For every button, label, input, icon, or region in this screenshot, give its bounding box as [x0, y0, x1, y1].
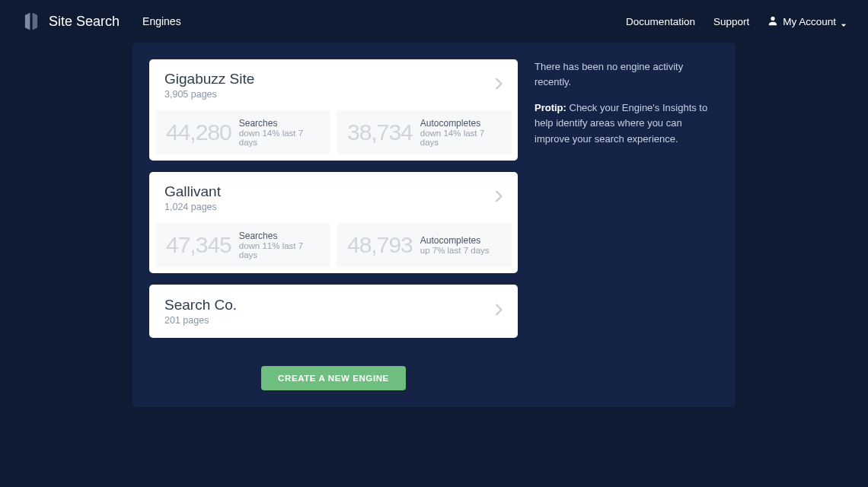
site-title: Site Search	[49, 14, 120, 30]
stat-change: down 14% last 7 days	[239, 129, 320, 147]
engine-name: Search Co.	[164, 297, 237, 314]
engine-header: Gigabuzz Site 3,905 pages	[149, 59, 518, 110]
engines-list: Gigabuzz Site 3,905 pages 44,280 Searche…	[149, 59, 518, 390]
activity-text: There has been no engine activity recent…	[535, 59, 719, 90]
stat-value: 47,345	[166, 232, 231, 258]
nav-engines[interactable]: Engines	[142, 15, 181, 27]
header-left: Site Search Engines	[21, 11, 181, 31]
stat-label: Searches	[239, 231, 320, 241]
documentation-link[interactable]: Documentation	[626, 16, 695, 27]
searches-stat: 44,280 Searches down 14% last 7 days	[155, 110, 330, 154]
logo-icon	[21, 11, 41, 31]
engine-header: Search Co. 201 pages	[149, 285, 518, 338]
sidebar: There has been no engine activity recent…	[535, 59, 719, 390]
user-icon	[767, 15, 778, 28]
main-panel: Gigabuzz Site 3,905 pages 44,280 Searche…	[132, 43, 736, 407]
chevron-right-icon	[495, 190, 503, 205]
create-button-row: CREATE A NEW ENGINE	[149, 366, 518, 390]
stat-change: down 14% last 7 days	[420, 129, 501, 147]
protip-label: Protip:	[535, 102, 566, 113]
engine-name: Gallivant	[164, 183, 221, 200]
engine-card-gigabuzz[interactable]: Gigabuzz Site 3,905 pages 44,280 Searche…	[149, 59, 518, 161]
chevron-right-icon	[495, 78, 503, 93]
autocompletes-stat: 48,793 Autocompletes up 7% last 7 days	[337, 223, 512, 267]
app-header: Site Search Engines Documentation Suppor…	[0, 0, 868, 43]
engine-card-gallivant[interactable]: Gallivant 1,024 pages 47,345 Searches do…	[149, 172, 518, 273]
engine-pages: 201 pages	[164, 315, 237, 326]
logo-area[interactable]: Site Search	[21, 11, 120, 31]
engine-card-searchco[interactable]: Search Co. 201 pages	[149, 285, 518, 338]
stat-value: 44,280	[166, 119, 231, 145]
stat-label: Autocompletes	[420, 118, 501, 129]
chevron-right-icon	[495, 304, 503, 319]
protip-text: Protip: Check your Engine's Insights to …	[535, 100, 719, 146]
stat-change: down 11% last 7 days	[239, 241, 320, 259]
account-label: My Account	[783, 16, 836, 27]
engine-stats: 47,345 Searches down 11% last 7 days 48,…	[149, 223, 518, 273]
engine-pages: 3,905 pages	[164, 89, 254, 100]
autocompletes-stat: 38,734 Autocompletes down 14% last 7 day…	[337, 110, 512, 154]
searches-stat: 47,345 Searches down 11% last 7 days	[155, 223, 330, 267]
stat-label: Searches	[239, 118, 320, 129]
engine-name: Gigabuzz Site	[164, 71, 254, 88]
chevron-down-icon	[841, 18, 847, 24]
stat-change: up 7% last 7 days	[420, 246, 490, 255]
svg-point-0	[771, 16, 775, 20]
engine-stats: 44,280 Searches down 14% last 7 days 38,…	[149, 110, 518, 161]
stat-label: Autocompletes	[420, 235, 490, 246]
stat-value: 38,734	[347, 119, 413, 145]
engine-pages: 1,024 pages	[164, 202, 221, 212]
my-account-menu[interactable]: My Account	[767, 15, 847, 28]
engine-header: Gallivant 1,024 pages	[149, 172, 518, 223]
stat-value: 48,793	[347, 232, 413, 258]
create-engine-button[interactable]: CREATE A NEW ENGINE	[261, 366, 406, 390]
support-link[interactable]: Support	[713, 16, 749, 27]
header-right: Documentation Support My Account	[626, 15, 847, 28]
